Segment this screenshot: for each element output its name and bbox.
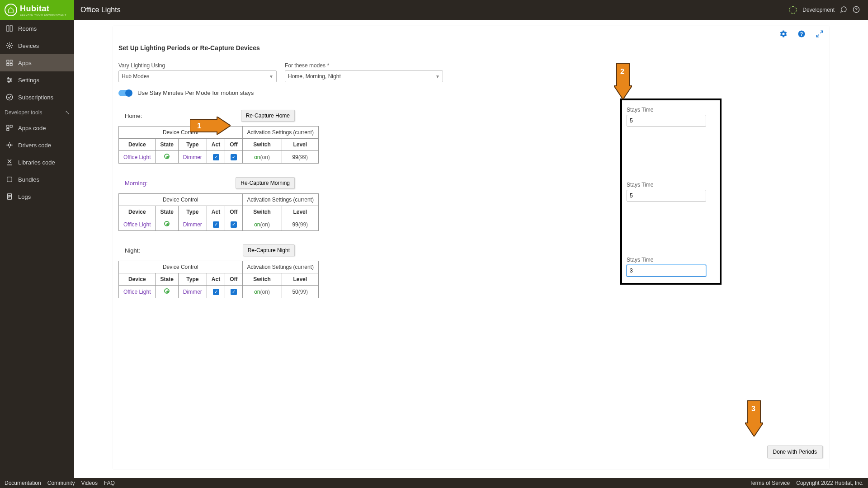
svg-point-19 [8,144,10,146]
off-checkbox[interactable]: ✓ [231,289,237,295]
col-level: Level [282,273,318,286]
sidebar-item-rooms[interactable]: Rooms [0,20,74,37]
sidebar-item-libraries-code[interactable]: Libraries code [0,154,74,171]
bundles-icon [5,175,14,183]
footer-link[interactable]: Documentation [5,480,41,486]
svg-rect-2 [7,26,9,31]
sidebar-label: Settings [18,77,39,84]
stays-label: Stays Time [627,182,715,188]
brand-logo[interactable]: Hubitat ELEVATE YOUR ENVIRONMENT [0,0,74,20]
sidebar-group-devtools[interactable]: Developer tools ⤡ [0,106,74,119]
col-act: Act [207,273,225,286]
stays-input-morning[interactable] [627,190,706,202]
recapture-button[interactable]: Re-Capture Home [241,110,295,122]
stays-input-night[interactable] [627,265,706,277]
col-group-activation: Activation Settings (current) [242,127,318,139]
table-row: Office Light Dimmer ✓ ✓ on(on) 50(99) [119,286,319,298]
stay-minutes-toggle[interactable] [118,90,132,96]
col-switch: Switch [242,206,282,218]
col-group-activation: Activation Settings (current) [242,261,318,273]
device-link[interactable]: Office Light [123,221,151,228]
sidebar-item-devices[interactable]: Devices [0,37,74,54]
footer-link[interactable]: Community [47,480,75,486]
off-checkbox[interactable]: ✓ [231,221,237,228]
main: ? Set Up Lighting Periods or Re-Capture … [74,20,868,478]
device-table: Device Control Activation Settings (curr… [118,126,319,164]
level-cell: 50(99) [282,286,318,298]
col-switch: Switch [242,139,282,151]
svg-rect-3 [10,26,12,31]
sidebar-label: Devices [18,42,39,49]
loading-spinner-icon [789,6,797,14]
recapture-button[interactable]: Re-Capture Night [243,244,295,256]
act-checkbox[interactable]: ✓ [213,221,219,228]
col-group-device-control: Device Control [119,261,243,273]
type-link[interactable]: Dimmer [183,289,202,295]
stays-time-panel: Stays Time Stays Time Stays Time [620,99,722,285]
footer-link[interactable]: FAQ [104,480,115,486]
type-link[interactable]: Dimmer [183,221,202,228]
col-off: Off [225,206,242,218]
off-checkbox[interactable]: ✓ [231,154,237,160]
footer-tos[interactable]: Terms of Service [750,480,790,486]
svg-rect-6 [10,60,12,62]
sidebar: Rooms Devices Apps Settings Subscription… [0,20,74,478]
type-link[interactable]: Dimmer [183,154,202,160]
sidebar-item-subscriptions[interactable]: Subscriptions [0,89,74,106]
expand-icon[interactable] [816,30,824,40]
sidebar-label: Apps code [18,125,46,131]
help-icon[interactable] [853,6,860,14]
period-name: Night: [125,247,140,254]
code-icon [5,124,14,132]
vary-select[interactable]: Hub Modes ▼ [118,70,277,82]
state-on-icon[interactable] [164,154,170,159]
col-device: Device [119,139,156,151]
period-name: Home: [125,113,142,119]
sidebar-item-apps-code[interactable]: Apps code [0,119,74,136]
brand-name: Hubitat [20,4,66,14]
svg-line-27 [821,31,823,33]
sidebar-item-apps[interactable]: Apps [0,54,74,71]
sidebar-item-bundles[interactable]: Bundles [0,171,74,188]
act-checkbox[interactable]: ✓ [213,154,219,160]
sidebar-item-drivers-code[interactable]: Drivers code [0,136,74,154]
state-on-icon[interactable] [164,221,170,226]
col-off: Off [225,273,242,286]
col-act: Act [207,206,225,218]
col-act: Act [207,139,225,151]
device-link[interactable]: Office Light [123,154,151,160]
recapture-button[interactable]: Re-Capture Morning [236,177,295,189]
env-label: Development [802,7,835,13]
chat-icon[interactable] [840,6,847,14]
subscriptions-icon [5,93,14,101]
sidebar-label: Libraries code [18,159,55,166]
device-table: Device Control Activation Settings (curr… [118,193,319,231]
modes-select[interactable]: Home, Morning, Night ▼ [285,70,443,82]
help-icon[interactable]: ? [797,30,806,40]
sidebar-item-logs[interactable]: Logs [0,188,74,205]
sidebar-label: Drivers code [18,142,51,149]
col-group-device-control: Device Control [119,194,243,206]
col-state: State [156,206,178,218]
footer-link[interactable]: Videos [81,480,97,486]
done-with-periods-button[interactable]: Done with Periods [767,446,823,458]
col-type: Type [178,273,207,286]
stays-input-home[interactable] [627,115,706,127]
sidebar-item-settings[interactable]: Settings [0,71,74,89]
chevron-down-icon: ▼ [269,74,274,79]
svg-rect-5 [7,60,9,62]
logo-icon [5,4,17,16]
svg-line-28 [816,35,819,37]
col-device: Device [119,273,156,286]
footer-copyright: Copyright 2022 Hubitat, Inc. [796,480,863,486]
act-checkbox[interactable]: ✓ [213,289,219,295]
col-state: State [156,273,178,286]
col-type: Type [178,139,207,151]
svg-point-15 [6,94,12,100]
svg-point-4 [9,45,10,47]
device-link[interactable]: Office Light [123,289,151,295]
brand-tagline: ELEVATE YOUR ENVIRONMENT [20,14,66,16]
gear-icon[interactable] [779,30,788,40]
state-on-icon[interactable] [164,288,170,294]
svg-rect-18 [7,128,9,131]
